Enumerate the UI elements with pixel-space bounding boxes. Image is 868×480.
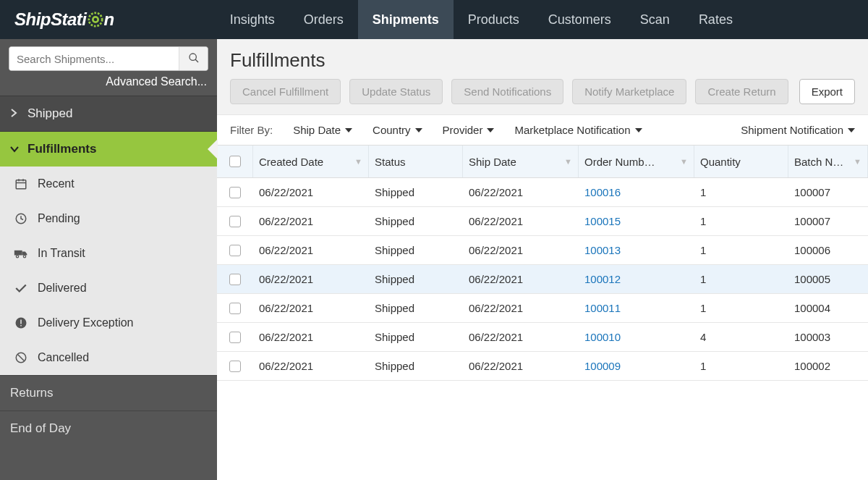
cell-ship: 06/22/2021 bbox=[463, 360, 579, 372]
cell-status: Shipped bbox=[369, 215, 463, 227]
order-link[interactable]: 100012 bbox=[584, 273, 621, 285]
search-input[interactable] bbox=[9, 47, 179, 70]
calendar-icon bbox=[13, 177, 29, 191]
col-status[interactable]: Status bbox=[369, 146, 463, 177]
cell-batch: 100007 bbox=[788, 186, 868, 198]
sidebar-item-cancelled[interactable]: Cancelled bbox=[0, 340, 217, 375]
col-checkbox[interactable] bbox=[217, 146, 253, 177]
table-row[interactable]: 06/22/2021Shipped06/22/20211000111100004 bbox=[217, 294, 868, 323]
cell-order: 100015 bbox=[579, 215, 694, 227]
caret-down-icon bbox=[848, 128, 855, 132]
col-qty-label: Quantity bbox=[700, 156, 741, 168]
col-batch[interactable]: Batch N…▼ bbox=[788, 146, 868, 177]
order-link[interactable]: 100010 bbox=[584, 331, 621, 343]
logo[interactable]: ShipStati n bbox=[0, 9, 129, 30]
select-all-checkbox[interactable] bbox=[229, 156, 241, 167]
col-order[interactable]: Order Numb…▼ bbox=[579, 146, 694, 177]
svg-line-19 bbox=[18, 355, 25, 361]
nav-insights[interactable]: Insights bbox=[216, 0, 289, 39]
filter-provider[interactable]: Provider bbox=[443, 124, 495, 136]
sort-icon: ▼ bbox=[564, 157, 572, 166]
nav-products[interactable]: Products bbox=[454, 0, 534, 39]
svg-point-13 bbox=[16, 256, 18, 258]
table-row[interactable]: 06/22/2021Shipped06/22/20211000161100007 bbox=[217, 178, 868, 207]
chevron-right-icon bbox=[10, 106, 20, 121]
sidebar-item-delivered[interactable]: Delivered bbox=[0, 271, 217, 306]
clock-icon bbox=[13, 211, 29, 226]
notify-marketplace-button[interactable]: Notify Marketplace bbox=[572, 79, 686, 104]
sidebar-shipped[interactable]: Shipped bbox=[0, 96, 217, 131]
filter-row: Filter By: Ship Date Country Provider Ma… bbox=[217, 114, 868, 145]
nav-customers[interactable]: Customers bbox=[534, 0, 626, 39]
order-link[interactable]: 100009 bbox=[584, 360, 621, 372]
table-row[interactable]: 06/22/2021Shipped06/22/20211000131100006 bbox=[217, 236, 868, 265]
table-row[interactable]: 06/22/2021Shipped06/22/20211000151100007 bbox=[217, 207, 868, 236]
sidebar-fulfillments[interactable]: Fulfillments bbox=[0, 131, 217, 167]
order-link[interactable]: 100016 bbox=[584, 186, 621, 198]
cell-status: Shipped bbox=[369, 331, 463, 343]
cancel-fulfillment-button[interactable]: Cancel Fulfillment bbox=[230, 79, 341, 104]
update-status-button[interactable]: Update Status bbox=[349, 79, 443, 104]
col-ship[interactable]: Ship Date▼ bbox=[463, 146, 579, 177]
row-checkbox[interactable] bbox=[229, 187, 241, 198]
row-checkbox[interactable] bbox=[229, 332, 241, 343]
create-return-button[interactable]: Create Return bbox=[695, 79, 788, 104]
cell-qty: 1 bbox=[694, 244, 788, 256]
order-link[interactable]: 100013 bbox=[584, 244, 621, 256]
row-checkbox[interactable] bbox=[229, 303, 241, 314]
cell-batch: 100003 bbox=[788, 331, 868, 343]
search-row bbox=[0, 39, 217, 72]
cell-order: 100012 bbox=[579, 273, 694, 285]
nav-shipments[interactable]: Shipments bbox=[358, 0, 454, 39]
svg-point-0 bbox=[88, 13, 101, 26]
sidebar-shipped-label: Shipped bbox=[27, 106, 72, 121]
sidebar-item-pending[interactable]: Pending bbox=[0, 201, 217, 236]
sidebar-returns[interactable]: Returns bbox=[0, 375, 217, 410]
col-qty[interactable]: Quantity bbox=[694, 146, 788, 177]
sidebar-item-intransit[interactable]: In Transit bbox=[0, 236, 217, 271]
sort-icon: ▼ bbox=[854, 157, 861, 166]
col-status-label: Status bbox=[375, 156, 406, 168]
export-button[interactable]: Export bbox=[799, 79, 855, 104]
sort-icon: ▼ bbox=[354, 157, 362, 166]
col-batch-label: Batch N… bbox=[794, 156, 843, 168]
sidebar-item-label: Cancelled bbox=[38, 351, 89, 364]
table-row[interactable]: 06/22/2021Shipped06/22/20211000104100003 bbox=[217, 323, 868, 352]
row-checkbox[interactable] bbox=[229, 274, 241, 285]
filter-shipdate[interactable]: Ship Date bbox=[293, 124, 352, 136]
svg-rect-17 bbox=[20, 325, 22, 327]
cell-batch: 100007 bbox=[788, 215, 868, 227]
svg-rect-12 bbox=[14, 250, 22, 256]
row-checkbox[interactable] bbox=[229, 216, 241, 227]
row-checkbox[interactable] bbox=[229, 245, 241, 256]
advanced-search-link[interactable]: Advanced Search... bbox=[0, 72, 217, 96]
filter-marketplace[interactable]: Marketplace Notification bbox=[514, 124, 642, 136]
action-row: Cancel Fulfillment Update Status Send No… bbox=[217, 79, 868, 114]
nav-rates[interactable]: Rates bbox=[684, 0, 747, 39]
sidebar-item-exception[interactable]: Delivery Exception bbox=[0, 306, 217, 340]
sidebar-item-recent[interactable]: Recent bbox=[0, 167, 217, 201]
cell-order: 100016 bbox=[579, 186, 694, 198]
sidebar-eod[interactable]: End of Day bbox=[0, 410, 217, 446]
nav-orders[interactable]: Orders bbox=[289, 0, 358, 39]
sort-icon: ▼ bbox=[680, 157, 688, 166]
row-checkbox-cell bbox=[217, 303, 253, 314]
search-button[interactable] bbox=[179, 47, 208, 70]
row-checkbox-cell bbox=[217, 361, 253, 372]
table-row[interactable]: 06/22/2021Shipped06/22/20211000091100002 bbox=[217, 352, 868, 381]
send-notifications-button[interactable]: Send Notifications bbox=[451, 79, 563, 104]
order-link[interactable]: 100011 bbox=[584, 302, 621, 314]
filter-shipment-label: Shipment Notification bbox=[741, 124, 843, 136]
svg-rect-4 bbox=[16, 180, 26, 189]
order-link[interactable]: 100015 bbox=[584, 215, 621, 227]
filter-country[interactable]: Country bbox=[373, 124, 422, 136]
filter-by-label: Filter By: bbox=[230, 124, 273, 136]
row-checkbox-cell bbox=[217, 216, 253, 227]
nav-scan[interactable]: Scan bbox=[626, 0, 684, 39]
col-created[interactable]: Created Date▼ bbox=[253, 146, 369, 177]
caret-down-icon bbox=[345, 128, 352, 132]
filter-shipment[interactable]: Shipment Notification bbox=[741, 124, 855, 136]
table-row[interactable]: 06/22/2021Shipped06/22/20211000121100005 bbox=[217, 265, 868, 294]
row-checkbox[interactable] bbox=[229, 361, 241, 372]
cell-created: 06/22/2021 bbox=[253, 273, 369, 285]
